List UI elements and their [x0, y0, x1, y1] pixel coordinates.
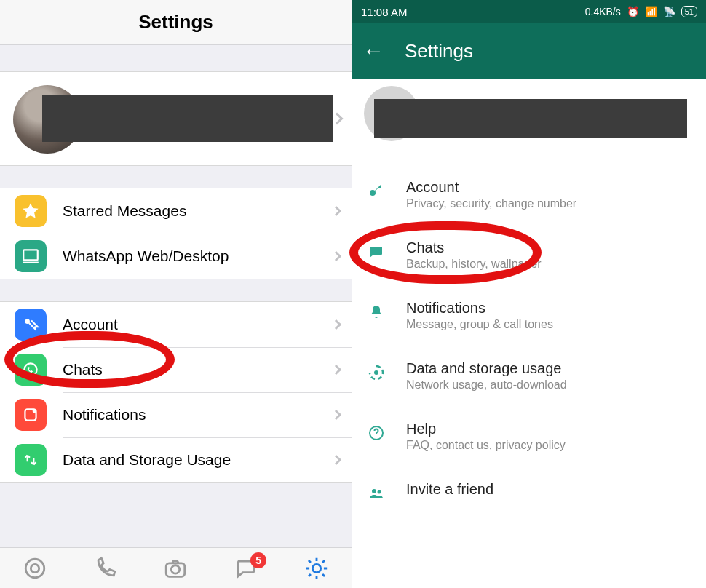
item-title: Chats [406, 239, 542, 256]
item-subtitle: FAQ, contact us, privacy policy [406, 439, 566, 452]
row-label: Data and Storage Usage [63, 451, 231, 469]
row-starred-messages[interactable]: Starred Messages [0, 188, 352, 234]
chevron-right-icon [331, 365, 341, 375]
key-icon [365, 180, 387, 202]
signal-icon: 📶 [645, 6, 657, 17]
svg-rect-0 [23, 250, 38, 260]
alarm-icon: ⏰ [627, 6, 639, 17]
tab-settings-icon[interactable] [304, 555, 330, 581]
redacted-name-bar [374, 99, 687, 138]
item-subtitle: Network usage, auto-download [406, 378, 567, 392]
ios-header: Settings [0, 0, 352, 45]
ios-profile-row[interactable] [0, 71, 352, 166]
people-icon [365, 482, 387, 504]
star-icon [15, 195, 47, 227]
android-settings-list: Account Privacy, security, change number… [352, 164, 706, 519]
redacted-name-bar [42, 95, 333, 142]
item-chats[interactable]: Chats Backup, history, wallpaper [352, 225, 706, 285]
status-right-cluster: 0.4KB/s ⏰ 📶 📡 51 [585, 6, 697, 17]
tab-calls-icon[interactable] [92, 555, 119, 581]
item-help[interactable]: Help FAQ, contact us, privacy policy [352, 406, 706, 466]
item-data-storage[interactable]: Data and storage usage Network usage, au… [352, 346, 706, 406]
svg-point-9 [312, 564, 320, 572]
item-subtitle: Backup, history, wallpaper [406, 258, 542, 271]
item-notifications[interactable]: Notifications Message, group & call tone… [352, 285, 706, 346]
row-label: Starred Messages [63, 202, 186, 220]
tab-chats-icon[interactable]: 5 [233, 555, 259, 581]
status-time: 11:08 AM [361, 6, 407, 18]
chevron-right-icon [331, 251, 341, 261]
row-chats[interactable]: Chats [0, 347, 352, 392]
ios-tab-bar: 5 [0, 547, 352, 588]
item-title: Data and storage usage [406, 360, 567, 377]
row-account[interactable]: Account [0, 302, 352, 347]
row-label: Notifications [63, 406, 146, 424]
svg-point-10 [370, 190, 376, 196]
row-whatsapp-web[interactable]: WhatsApp Web/Desktop [0, 234, 352, 279]
ios-settings-group-2: Account Chats Notifications Data and Sto… [0, 301, 352, 483]
item-title: Account [406, 179, 576, 196]
chevron-right-icon [331, 319, 341, 330]
chevron-right-icon [331, 455, 341, 465]
chevron-right-icon [331, 410, 341, 420]
row-notifications[interactable]: Notifications [0, 392, 352, 437]
android-settings-screen: 11:08 AM 0.4KB/s ⏰ 📶 📡 51 ← Settings Acc… [352, 0, 706, 588]
data-usage-icon [365, 362, 387, 384]
item-subtitle: Message, group & call tones [406, 318, 553, 331]
row-label: Account [63, 316, 118, 333]
android-toolbar: ← Settings [352, 23, 706, 79]
svg-point-11 [374, 370, 378, 375]
status-bar: 11:08 AM 0.4KB/s ⏰ 📶 📡 51 [352, 0, 706, 23]
ios-settings-group-1: Starred Messages WhatsApp Web/Desktop [0, 188, 352, 279]
item-invite-friend[interactable]: Invite a friend [352, 466, 706, 519]
ios-settings-screen: Settings Starred Messages WhatsApp Web/D… [0, 0, 352, 588]
help-icon [365, 422, 387, 444]
wifi-icon: 📡 [663, 6, 675, 17]
item-subtitle: Privacy, security, change number [406, 197, 576, 210]
svg-point-13 [372, 489, 376, 493]
toolbar-title: Settings [405, 40, 473, 63]
unread-badge: 5 [250, 552, 266, 568]
chat-icon [365, 241, 387, 263]
row-label: Chats [63, 361, 103, 378]
row-data-storage[interactable]: Data and Storage Usage [0, 437, 352, 482]
svg-point-8 [172, 565, 180, 573]
desktop-icon [15, 240, 47, 272]
bell-icon [365, 301, 387, 323]
item-account[interactable]: Account Privacy, security, change number [352, 164, 706, 225]
svg-point-14 [378, 490, 381, 494]
key-icon [15, 309, 47, 341]
item-title: Invite a friend [406, 481, 493, 498]
tab-camera-icon[interactable] [162, 555, 189, 581]
row-label: WhatsApp Web/Desktop [63, 247, 229, 265]
back-arrow-icon[interactable]: ← [362, 39, 384, 63]
status-net-speed: 0.4KB/s [585, 6, 621, 17]
android-profile-row[interactable] [352, 79, 706, 164]
whatsapp-icon [15, 354, 47, 386]
data-usage-icon [15, 444, 47, 476]
tab-status-icon[interactable] [22, 555, 48, 581]
svg-point-5 [26, 559, 45, 578]
item-title: Help [406, 421, 566, 437]
ios-header-title: Settings [138, 11, 213, 33]
battery-indicator: 51 [681, 6, 697, 17]
item-title: Notifications [406, 300, 553, 317]
svg-point-6 [31, 564, 39, 572]
chevron-right-icon [331, 206, 341, 216]
svg-point-4 [33, 409, 36, 413]
notification-icon [15, 399, 47, 431]
svg-point-2 [24, 363, 36, 376]
